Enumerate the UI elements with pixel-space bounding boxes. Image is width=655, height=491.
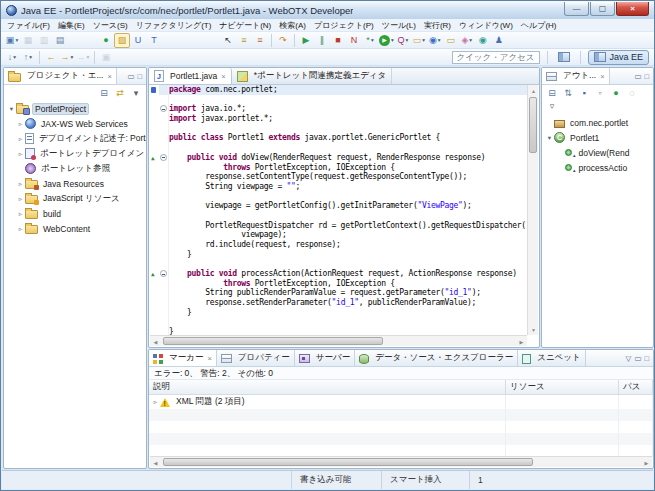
- view-menu-icon[interactable]: ▽: [626, 354, 632, 363]
- column-header[interactable]: 説明: [149, 380, 506, 394]
- tab-project-explorer[interactable]: プロジェクト・エ... ×: [4, 68, 117, 84]
- fold-collapse-icon[interactable]: [160, 154, 167, 161]
- close-tab-icon[interactable]: ×: [220, 72, 225, 81]
- profile-icon[interactable]: Q▾: [395, 33, 411, 48]
- hide-non-public-icon[interactable]: ●: [609, 87, 623, 100]
- expander-icon[interactable]: ▹: [16, 180, 25, 188]
- perspective-javaee-button[interactable]: Java EE: [588, 50, 649, 65]
- expander-icon[interactable]: ▾: [7, 105, 16, 113]
- expander-icon[interactable]: ▹: [16, 225, 25, 233]
- run-config-icon[interactable]: ▭▾: [411, 33, 427, 48]
- tab-bottom[interactable]: プロパティー: [217, 350, 295, 366]
- pause-icon[interactable]: ∥: [314, 33, 330, 48]
- tab-bottom[interactable]: スニペット: [518, 350, 586, 366]
- prev-annotation-icon[interactable]: ↑▾: [20, 50, 36, 65]
- maximize-view-button[interactable]: □: [644, 354, 649, 363]
- user-icon[interactable]: ♟: [491, 33, 507, 48]
- maximize-view-button[interactable]: □: [644, 72, 649, 81]
- column-header[interactable]: リソース: [506, 380, 619, 394]
- minimize-view-button[interactable]: ▭: [634, 72, 641, 81]
- menu-run[interactable]: 実行(R): [420, 20, 455, 31]
- menu-search[interactable]: 検索(A): [275, 20, 310, 31]
- expander-icon[interactable]: ▹: [151, 398, 160, 406]
- occurrences-u-toggle-icon[interactable]: U: [130, 33, 146, 48]
- minimize-button[interactable]: —: [564, 2, 589, 16]
- scroll-right-icon[interactable]: ▶: [641, 457, 652, 468]
- expander-icon[interactable]: ▹: [16, 195, 25, 203]
- sort-icon[interactable]: ⇅: [561, 87, 575, 100]
- world-icon[interactable]: ◉: [475, 33, 491, 48]
- minimize-view-button[interactable]: ▭: [127, 72, 134, 81]
- expander-icon[interactable]: ▹: [16, 135, 25, 143]
- horizontal-scroll-thumb[interactable]: [163, 337, 383, 345]
- column-header[interactable]: パス: [619, 380, 653, 394]
- expander-icon[interactable]: ▾: [545, 134, 554, 142]
- fold-collapse-icon[interactable]: [160, 105, 167, 112]
- scroll-left-icon[interactable]: ◀: [150, 457, 161, 468]
- next-annotation-icon[interactable]: ↓▾: [4, 50, 20, 65]
- vertical-scroll-thumb[interactable]: [529, 97, 537, 153]
- highlight-toggle-icon[interactable]: ▨: [114, 33, 130, 48]
- editor-tab[interactable]: *ポートレット間連携定義エディタ: [232, 68, 393, 84]
- project-tree-item[interactable]: ▹ポートレットデプロイメント: [4, 146, 146, 161]
- maximize-button[interactable]: ▢: [590, 2, 615, 16]
- project-tree-item[interactable]: ▹build: [4, 206, 146, 221]
- new-wizard-icon[interactable]: ▣▾: [4, 33, 20, 48]
- mark-occurrences-icon[interactable]: ≡: [236, 33, 252, 48]
- terminate-icon[interactable]: ■: [330, 33, 346, 48]
- scroll-up-icon[interactable]: ▲: [528, 85, 539, 96]
- menu-edit[interactable]: 編集(E): [54, 20, 89, 31]
- deploy-folder-icon[interactable]: ▭: [443, 33, 459, 48]
- collapse-all-icon[interactable]: ⊟: [97, 87, 111, 100]
- project-tree-item[interactable]: ▹WebContent: [4, 221, 146, 236]
- scroll-left-icon[interactable]: ◀: [150, 336, 161, 347]
- menu-navigate[interactable]: ナビゲート(N): [215, 20, 275, 31]
- hide-local-types-icon[interactable]: ◌: [625, 87, 639, 100]
- close-view-icon[interactable]: ×: [106, 72, 111, 81]
- external-tools-icon[interactable]: *▾: [362, 33, 378, 48]
- occurrences-t-toggle-icon[interactable]: T: [146, 33, 162, 48]
- selection-mode-icon[interactable]: ↖: [220, 33, 236, 48]
- table-row[interactable]: ▹XML 問題 (2 項目): [149, 395, 653, 409]
- web-browser-icon[interactable]: ◉▾: [427, 33, 443, 48]
- scroll-down-icon[interactable]: ▼: [528, 324, 539, 335]
- menu-project[interactable]: プロジェクト(P): [310, 20, 378, 31]
- close-tab-icon[interactable]: ×: [206, 354, 211, 363]
- edit-annotations-icon[interactable]: ≡: [252, 33, 268, 48]
- view-menu-icon[interactable]: ▾: [129, 87, 143, 100]
- print-icon[interactable]: ▤: [52, 33, 68, 48]
- maximize-view-button[interactable]: □: [137, 72, 142, 81]
- menu-file[interactable]: ファイル(F): [3, 20, 54, 31]
- project-tree-item[interactable]: ▹デプロイメント記述子: Port: [4, 131, 146, 146]
- menu-refactor[interactable]: リファクタリング(T): [132, 20, 216, 31]
- editor-tab[interactable]: Portlet1.java×: [149, 68, 232, 84]
- tab-active-bottom[interactable]: マーカー×: [149, 350, 217, 366]
- view-menu-icon[interactable]: ▿: [545, 100, 559, 113]
- menu-source[interactable]: ソース(S): [89, 20, 132, 31]
- hide-static-icon[interactable]: ▫: [593, 87, 607, 100]
- project-tree-item[interactable]: ▹JAX-WS Web Services: [4, 116, 146, 131]
- resume-icon[interactable]: ▶: [298, 33, 314, 48]
- collapse-all-icon[interactable]: ⊟: [545, 87, 559, 100]
- expander-icon[interactable]: ▹: [16, 150, 25, 158]
- project-tree-item[interactable]: ▾PortletProject: [4, 101, 146, 116]
- tab-bottom[interactable]: データ・ソース・エクスプローラー: [355, 350, 518, 366]
- menu-window[interactable]: ウィンドウ(W): [455, 20, 517, 31]
- outline-item[interactable]: com.nec.portlet: [542, 115, 653, 130]
- refresh-icon[interactable]: ↷: [275, 33, 291, 48]
- outline-item[interactable]: ▴doView(Rend: [542, 145, 653, 160]
- close-view-icon[interactable]: ×: [599, 72, 604, 81]
- tab-bottom[interactable]: サーバー: [295, 350, 355, 366]
- menu-help[interactable]: ヘルプ(H): [517, 20, 561, 31]
- menu-tools[interactable]: ツール(L): [378, 20, 420, 31]
- expander-icon[interactable]: ▹: [16, 120, 25, 128]
- clean-icon[interactable]: ◈▾: [459, 33, 475, 48]
- tab-outline[interactable]: アウト... ×: [542, 68, 610, 84]
- quick-access-input[interactable]: [452, 51, 540, 64]
- run-icon[interactable]: ▶▾: [378, 33, 395, 48]
- code-editor[interactable]: package com.nec.portlet;import java.io.*…: [150, 85, 527, 335]
- close-button[interactable]: ×: [616, 2, 649, 16]
- project-tree-item[interactable]: ▹JavaScript リソース: [4, 191, 146, 206]
- scroll-right-icon[interactable]: ▶: [516, 336, 527, 347]
- disconnect-icon[interactable]: N: [346, 33, 362, 48]
